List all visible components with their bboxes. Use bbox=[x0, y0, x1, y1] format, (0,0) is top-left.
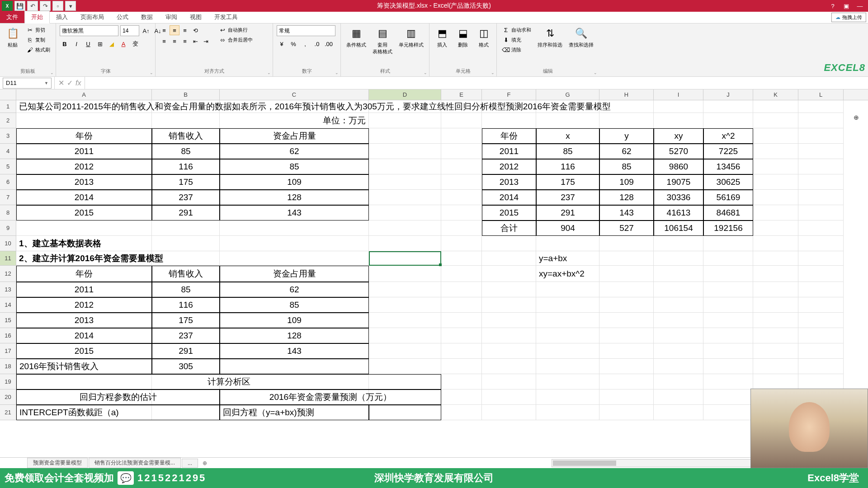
col-header-J[interactable]: J bbox=[703, 89, 753, 100]
row1-text[interactable]: 已知某公司2011-2015年的销售收入和资金占用量的数据如表所示，2016年预… bbox=[16, 100, 844, 113]
sort-filter-button[interactable]: ⇅排序和筛选 bbox=[536, 25, 564, 49]
t3-cell[interactable]: 2014 bbox=[16, 328, 152, 343]
t2-header-2[interactable]: y bbox=[599, 128, 654, 144]
t3-cell[interactable]: 85 bbox=[152, 282, 220, 297]
new-button[interactable]: ▫ bbox=[52, 1, 63, 11]
table-format-button[interactable]: ▤套用 表格格式 bbox=[371, 25, 394, 56]
orientation-button[interactable]: ⟲ bbox=[190, 25, 200, 35]
row-header-16[interactable]: 16 bbox=[0, 328, 16, 343]
t3-cell[interactable]: 62 bbox=[220, 282, 369, 297]
section1[interactable]: 1、建立基本数据表格 bbox=[16, 236, 369, 251]
col-header-I[interactable]: I bbox=[654, 89, 703, 100]
t2-total[interactable]: 527 bbox=[599, 221, 654, 236]
calc-r2-right[interactable]: 回归方程（y=a+bx)预测 bbox=[220, 405, 369, 420]
t1-cell[interactable]: 2013 bbox=[16, 174, 152, 190]
t2-cell[interactable]: 2013 bbox=[482, 174, 536, 190]
t3-header-2[interactable]: 资金占用量 bbox=[220, 266, 369, 282]
col-header-K[interactable]: K bbox=[753, 89, 798, 100]
dec-decimal-button[interactable]: .00 bbox=[324, 39, 334, 49]
undo-button[interactable]: ↶ bbox=[27, 1, 38, 11]
t2-cell[interactable]: 128 bbox=[599, 190, 654, 205]
t3-header-0[interactable]: 年份 bbox=[16, 266, 152, 282]
row-header-2[interactable]: 2 bbox=[0, 113, 16, 128]
tab-page-layout[interactable]: 页面布局 bbox=[74, 11, 110, 23]
paste-button[interactable]: 📋 粘贴 bbox=[4, 25, 22, 49]
excel-icon[interactable]: X bbox=[2, 1, 13, 11]
t2-cell[interactable]: 19075 bbox=[654, 174, 703, 190]
t3-cell[interactable]: 143 bbox=[220, 343, 369, 359]
fill-color-button[interactable]: ◢ bbox=[107, 39, 117, 49]
col-header-B[interactable]: B bbox=[152, 89, 220, 100]
row-header-14[interactable]: 14 bbox=[0, 297, 16, 313]
comma-button[interactable]: , bbox=[300, 39, 310, 49]
accept-formula-button[interactable]: ✓ bbox=[67, 79, 73, 87]
currency-button[interactable]: ¥ bbox=[277, 39, 287, 49]
col-header-F[interactable]: F bbox=[482, 89, 536, 100]
scroll-thumb[interactable] bbox=[553, 460, 616, 466]
ribbon-display-button[interactable]: ▣ bbox=[840, 1, 853, 10]
row-header-21[interactable]: 21 bbox=[0, 405, 16, 420]
col-header-A[interactable]: A bbox=[16, 89, 152, 100]
t1-cell[interactable]: 2011 bbox=[16, 144, 152, 159]
t2-cell[interactable]: 56169 bbox=[703, 190, 753, 205]
t2-header-3[interactable]: xy bbox=[654, 128, 703, 144]
formula-input[interactable] bbox=[85, 77, 868, 89]
clear-button[interactable]: ⌫清除 bbox=[500, 45, 533, 54]
t2-cell[interactable]: 2011 bbox=[482, 144, 536, 159]
delete-cells-button[interactable]: ⬓删除 bbox=[454, 25, 472, 49]
row-header-7[interactable]: 7 bbox=[0, 190, 16, 205]
t2-total[interactable]: 106154 bbox=[654, 221, 703, 236]
t1-cell[interactable]: 85 bbox=[220, 159, 369, 174]
row-header-15[interactable]: 15 bbox=[0, 313, 16, 328]
eq1[interactable]: y=a+bx bbox=[536, 251, 703, 266]
fill-button[interactable]: ⬇填充 bbox=[500, 35, 533, 44]
forecast-empty[interactable] bbox=[220, 359, 369, 374]
t2-cell[interactable]: 13456 bbox=[703, 159, 753, 174]
tab-insert[interactable]: 插入 bbox=[50, 11, 74, 23]
t2-total[interactable]: 合计 bbox=[482, 221, 536, 236]
t3-cell[interactable]: 2013 bbox=[16, 313, 152, 328]
row-header-9[interactable]: 9 bbox=[0, 221, 16, 236]
align-bottom-button[interactable]: ≡ bbox=[180, 25, 190, 35]
copy-button[interactable]: ⎘复制 bbox=[24, 35, 52, 44]
col-header-D[interactable]: D bbox=[369, 89, 441, 100]
font-name-select[interactable] bbox=[60, 25, 118, 36]
t2-cell[interactable]: 85 bbox=[536, 144, 599, 159]
align-right-button[interactable]: ≡ bbox=[180, 36, 190, 46]
t2-header-1[interactable]: x bbox=[536, 128, 599, 144]
t1-cell[interactable]: 116 bbox=[152, 159, 220, 174]
col-header-G[interactable]: G bbox=[536, 89, 599, 100]
row-header-6[interactable]: 6 bbox=[0, 174, 16, 190]
format-painter-button[interactable]: 🖌格式刷 bbox=[24, 45, 52, 54]
t3-cell[interactable]: 237 bbox=[152, 328, 220, 343]
tab-formulas[interactable]: 公式 bbox=[110, 11, 135, 23]
upload-button[interactable]: ☁ 拖拽上传 bbox=[831, 13, 866, 22]
font-color-button[interactable]: A bbox=[118, 39, 128, 49]
indent-inc-button[interactable]: ⇥ bbox=[201, 36, 211, 46]
underline-button[interactable]: U bbox=[83, 39, 93, 49]
t2-cell[interactable]: 175 bbox=[536, 174, 599, 190]
sheet-tab-more[interactable]: ... bbox=[182, 459, 198, 468]
t2-cell[interactable]: 30336 bbox=[654, 190, 703, 205]
row-header-8[interactable]: 8 bbox=[0, 205, 16, 221]
col-header-H[interactable]: H bbox=[599, 89, 654, 100]
indent-dec-button[interactable]: ⇤ bbox=[190, 36, 200, 46]
fx-button[interactable]: fx bbox=[75, 79, 81, 87]
t1-header-1[interactable]: 销售收入 bbox=[152, 128, 220, 144]
new-sheet-button[interactable]: ⊕ bbox=[199, 459, 211, 467]
calc-r2-left[interactable]: INTERCEPT函数截距（a) bbox=[16, 405, 220, 420]
t2-cell[interactable]: 30625 bbox=[703, 174, 753, 190]
cancel-formula-button[interactable]: ✕ bbox=[58, 79, 64, 87]
tab-review[interactable]: 审阅 bbox=[159, 11, 184, 23]
row-header-5[interactable]: 5 bbox=[0, 159, 16, 174]
calc-r2-empty[interactable] bbox=[369, 405, 441, 420]
tab-home[interactable]: 开始 bbox=[24, 11, 50, 23]
font-size-select[interactable] bbox=[120, 25, 139, 36]
cell-style-button[interactable]: ▥单元格样式 bbox=[397, 25, 425, 49]
sheet-tab-1[interactable]: 预测资金需要量模型 bbox=[27, 458, 88, 468]
t3-cell[interactable]: 128 bbox=[220, 328, 369, 343]
align-left-button[interactable]: ≡ bbox=[159, 36, 169, 46]
t2-cell[interactable]: 237 bbox=[536, 190, 599, 205]
align-top-button[interactable]: ≡ bbox=[159, 25, 169, 35]
t3-cell[interactable]: 85 bbox=[220, 297, 369, 313]
